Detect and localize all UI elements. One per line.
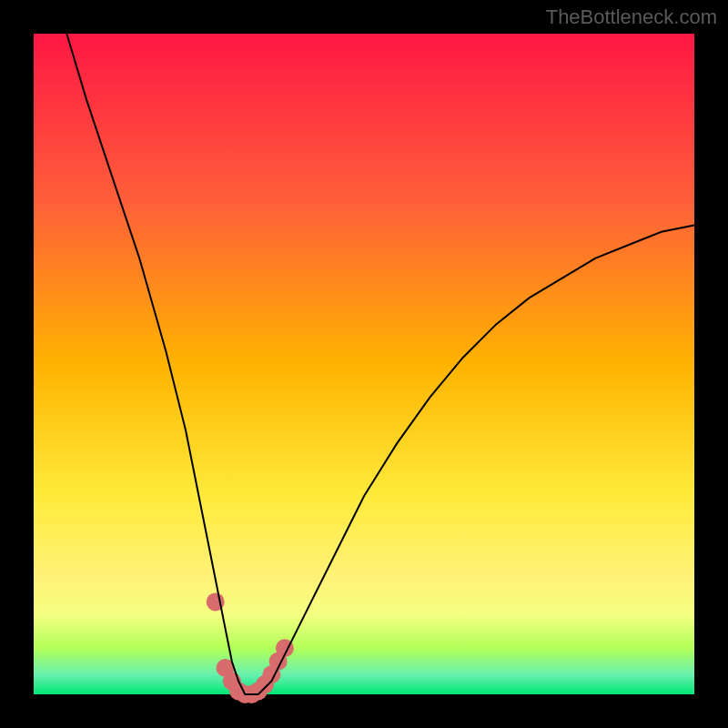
plot-background bbox=[34, 34, 694, 694]
watermark-label: TheBottleneck.com bbox=[546, 5, 717, 29]
chart-svg bbox=[0, 0, 728, 728]
chart-container: TheBottleneck.com bbox=[0, 0, 728, 728]
